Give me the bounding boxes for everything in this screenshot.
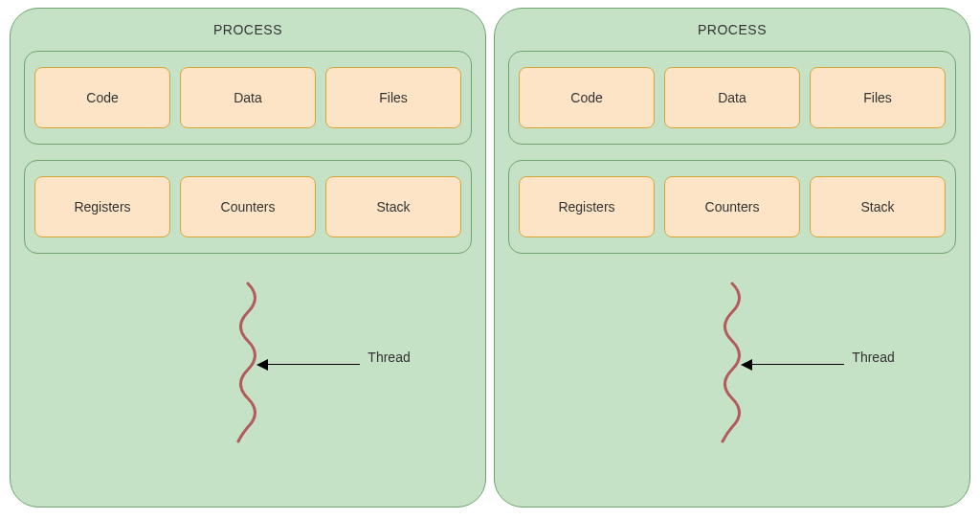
process-title: PROCESS <box>24 22 472 37</box>
box-stack: Stack <box>325 176 461 237</box>
box-files: Files <box>810 67 946 128</box>
process-group-bottom: Registers Counters Stack <box>508 160 956 254</box>
process-title: PROCESS <box>508 22 956 37</box>
box-code: Code <box>519 67 655 128</box>
arrow-head-icon <box>256 359 268 371</box>
box-counters: Counters <box>664 176 800 237</box>
box-counters: Counters <box>180 176 316 237</box>
box-registers: Registers <box>34 176 170 237</box>
thread-area: Thread <box>508 269 956 470</box>
thread-arrow-icon <box>741 355 846 374</box>
thread-label: Thread <box>368 350 410 365</box>
arrow-line-icon <box>266 364 360 365</box>
box-stack: Stack <box>810 176 946 237</box>
thread-arrow-icon <box>256 355 362 374</box>
box-files: Files <box>325 67 461 128</box>
process-group-top: Code Data Files <box>508 51 956 145</box>
process-container-right: PROCESS Code Data Files Registers Counte… <box>494 8 970 508</box>
box-registers: Registers <box>519 176 655 237</box>
arrow-head-icon <box>741 359 752 371</box>
thread-label: Thread <box>852 350 894 365</box>
arrow-line-icon <box>750 364 844 365</box>
box-code: Code <box>34 67 170 128</box>
process-container-left: PROCESS Code Data Files Registers Counte… <box>10 8 486 508</box>
process-group-bottom: Registers Counters Stack <box>24 160 472 254</box>
process-group-top: Code Data Files <box>24 51 472 145</box>
box-data: Data <box>664 67 800 128</box>
box-data: Data <box>180 67 316 128</box>
thread-area: Thread <box>24 269 472 470</box>
